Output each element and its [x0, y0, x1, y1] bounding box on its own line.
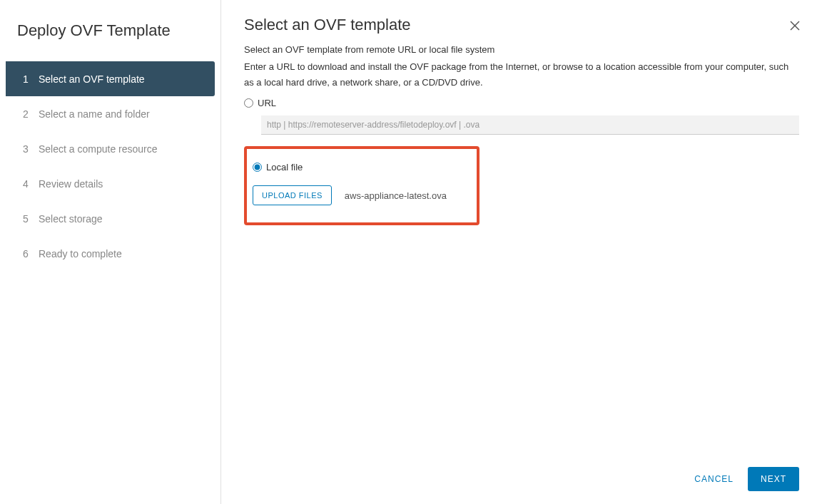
wizard-steps: 1 Select an OVF template 2 Select a name… [0, 61, 220, 271]
step-label: Ready to complete [39, 248, 122, 259]
cancel-button[interactable]: CANCEL [694, 474, 734, 484]
page-title: Select an OVF template [244, 16, 799, 34]
next-button[interactable]: NEXT [748, 467, 799, 491]
step-select-ovf[interactable]: 1 Select an OVF template [6, 61, 215, 96]
page-subtitle: Select an OVF template from remote URL o… [244, 44, 799, 55]
url-input[interactable] [261, 115, 799, 135]
wizard-footer: CANCEL NEXT [694, 467, 799, 491]
wizard-sidebar: Deploy OVF Template 1 Select an OVF temp… [0, 0, 221, 504]
step-number: 6 [23, 248, 36, 259]
step-review-details[interactable]: 4 Review details [6, 166, 215, 201]
radio-local-file-row[interactable]: Local file [253, 162, 467, 173]
page-description: Enter a URL to download and install the … [244, 59, 799, 91]
wizard-title: Deploy OVF Template [0, 14, 220, 61]
wizard-content: Select an OVF template Select an OVF tem… [221, 0, 822, 504]
step-name-folder[interactable]: 2 Select a name and folder [6, 96, 215, 131]
step-label: Select storage [39, 213, 103, 225]
step-number: 4 [23, 178, 36, 190]
step-ready-complete[interactable]: 6 Ready to complete [6, 236, 215, 271]
selected-file-name: aws-appliance-latest.ova [345, 190, 447, 201]
step-compute-resource[interactable]: 3 Select a compute resource [6, 131, 215, 166]
close-icon[interactable] [789, 20, 803, 34]
radio-local-file[interactable] [253, 163, 262, 172]
wizard-dialog: Deploy OVF Template 1 Select an OVF temp… [0, 0, 822, 504]
step-label: Review details [39, 178, 103, 190]
step-label: Select a name and folder [39, 108, 150, 120]
radio-local-file-label: Local file [266, 162, 303, 173]
radio-url-label: URL [258, 98, 276, 108]
local-file-highlight: Local file UPLOAD FILES aws-appliance-la… [244, 146, 480, 225]
step-number: 3 [23, 143, 36, 155]
step-select-storage[interactable]: 5 Select storage [6, 201, 215, 236]
upload-files-button[interactable]: UPLOAD FILES [253, 185, 332, 205]
step-label: Select an OVF template [39, 73, 145, 85]
step-number: 2 [23, 108, 36, 120]
radio-url-row[interactable]: URL [244, 98, 799, 108]
step-label: Select a compute resource [39, 143, 158, 155]
radio-url[interactable] [244, 98, 253, 108]
step-number: 5 [23, 213, 36, 225]
upload-row: UPLOAD FILES aws-appliance-latest.ova [253, 185, 467, 205]
step-number: 1 [23, 73, 36, 85]
